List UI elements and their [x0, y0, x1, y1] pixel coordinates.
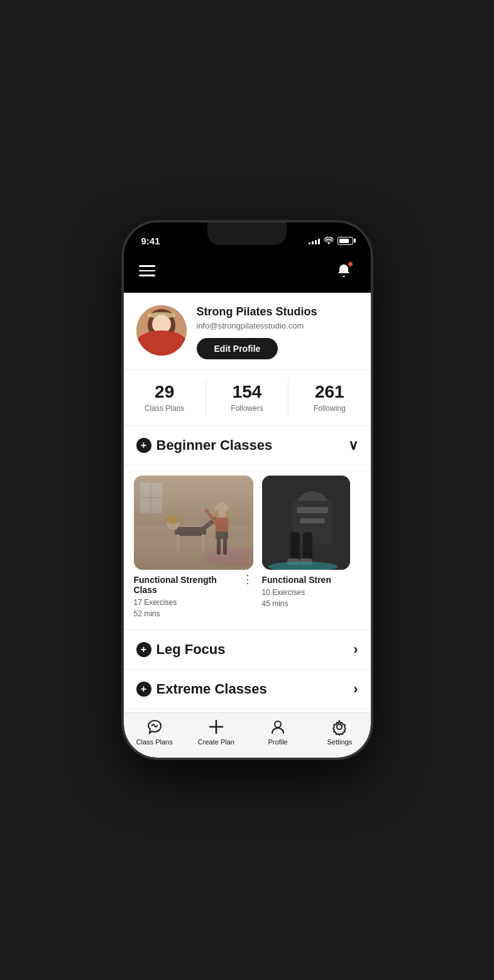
nav-create-plan-label: Create Plan	[198, 738, 234, 746]
nav-settings-label: Settings	[327, 738, 353, 746]
card-2-duration: 45 mins	[262, 598, 350, 609]
class-card-1[interactable]: Functional Strength Class ⋮ 17 Exercises…	[134, 476, 253, 619]
leg-focus-chevron-icon: ›	[353, 641, 358, 658]
create-plan-icon	[207, 718, 225, 736]
followers-number: 154	[206, 383, 288, 402]
status-bar: 9:41	[124, 222, 371, 254]
main-content[interactable]: Strong Pilates Studios info@strongpilate…	[124, 293, 371, 712]
svg-point-11	[148, 312, 175, 318]
card-1-menu-button[interactable]: ⋮	[242, 574, 253, 585]
card-2-illustration	[262, 476, 350, 570]
battery-icon	[338, 237, 353, 245]
top-nav	[124, 254, 371, 293]
extreme-add-icon[interactable]: +	[136, 682, 151, 697]
svg-rect-31	[216, 531, 228, 539]
svg-rect-14	[140, 482, 162, 513]
svg-rect-18	[134, 538, 253, 570]
leg-focus-label: Leg Focus	[156, 641, 226, 658]
category-beginner-header[interactable]: + Beginner Classes ∨	[124, 426, 371, 466]
phone-frame: 9:41	[124, 222, 371, 758]
card-1-exercises: 17 Exercises	[134, 597, 253, 608]
svg-point-6	[156, 320, 160, 325]
nav-settings[interactable]: Settings	[321, 718, 358, 746]
card-1-duration: 52 mins	[134, 608, 253, 619]
svg-point-9	[164, 322, 166, 324]
profile-name: Strong Pilates Studios	[197, 305, 358, 318]
svg-line-26	[219, 516, 225, 529]
nav-profile-label: Profile	[268, 738, 288, 746]
category-leg-focus-header[interactable]: + Leg Focus ›	[124, 630, 371, 670]
svg-point-21	[167, 519, 179, 530]
svg-rect-30	[216, 518, 228, 531]
class-plans-number: 29	[124, 383, 206, 402]
stat-followers[interactable]: 154 Followers	[206, 380, 288, 415]
class-plans-icon	[146, 718, 163, 736]
stat-class-plans[interactable]: 29 Class Plans	[124, 380, 206, 415]
avatar-image	[136, 305, 187, 356]
nav-profile[interactable]: Profile	[259, 718, 297, 746]
bottom-navigation: Class Plans Create Plan Profile	[124, 712, 371, 758]
svg-point-5	[167, 317, 175, 334]
svg-rect-28	[216, 510, 219, 532]
extreme-chevron-icon: ›	[353, 681, 358, 697]
card-2-exercises: 10 Exercises	[262, 587, 350, 598]
card-2-title: Functional Stren	[262, 575, 350, 585]
beginner-classes-label: Beginner Classes	[156, 437, 273, 454]
svg-rect-38	[297, 507, 328, 513]
profile-email: info@strongpilatesstudio.com	[197, 321, 358, 330]
svg-rect-29	[226, 510, 229, 529]
svg-point-4	[148, 317, 156, 334]
signal-icon	[309, 237, 320, 244]
svg-point-60	[275, 721, 281, 727]
settings-icon	[331, 718, 348, 736]
stats-section: 29 Class Plans 154 Followers 261 Followi…	[124, 370, 371, 426]
svg-rect-39	[300, 518, 325, 523]
status-time: 9:41	[141, 236, 160, 246]
nav-class-plans[interactable]: Class Plans	[136, 718, 173, 746]
wifi-icon	[324, 237, 334, 244]
profile-info: Strong Pilates Studios info@strongpilate…	[197, 305, 358, 359]
following-number: 261	[288, 383, 370, 402]
phone-inner: 9:41	[124, 222, 371, 758]
class-card-2[interactable]: Functional Stren 10 Exercises 45 mins	[262, 476, 350, 619]
followers-label: Followers	[206, 404, 288, 413]
svg-rect-20	[175, 527, 206, 536]
category-extreme-header[interactable]: + Extreme Classes ›	[124, 670, 371, 709]
svg-point-22	[167, 515, 178, 524]
svg-point-8	[156, 322, 158, 324]
category-title: + Beginner Classes	[136, 437, 273, 454]
class-plans-label: Class Plans	[124, 404, 206, 413]
svg-rect-12	[134, 476, 253, 570]
svg-line-32	[206, 510, 216, 523]
svg-line-25	[203, 516, 219, 529]
svg-rect-15	[140, 482, 162, 482]
edit-profile-button[interactable]: Edit Profile	[197, 338, 278, 359]
notification-badge	[348, 261, 353, 267]
card-1-image	[134, 476, 253, 570]
svg-point-19	[203, 548, 253, 567]
card-1-title: Functional Strength Class	[134, 575, 242, 595]
beginner-cards-container[interactable]: Functional Strength Class ⋮ 17 Exercises…	[124, 466, 371, 630]
avatar	[136, 305, 187, 356]
svg-rect-10	[148, 343, 175, 356]
svg-rect-13	[134, 476, 253, 526]
profile-section: Strong Pilates Studios info@strongpilate…	[124, 293, 371, 370]
nav-class-plans-label: Class Plans	[136, 738, 173, 746]
svg-point-61	[337, 724, 342, 729]
beginner-add-icon[interactable]: +	[136, 438, 151, 453]
card-1-illustration	[134, 476, 253, 570]
notification-button[interactable]	[332, 259, 356, 283]
nav-create-plan[interactable]: Create Plan	[197, 718, 235, 746]
card-2-image	[262, 476, 350, 570]
following-label: Following	[288, 404, 370, 413]
leg-focus-add-icon[interactable]: +	[136, 642, 151, 657]
svg-point-7	[163, 320, 167, 325]
beginner-chevron-icon: ∨	[348, 437, 358, 454]
profile-icon	[269, 718, 287, 736]
extreme-classes-label: Extreme Classes	[156, 681, 267, 697]
stat-following[interactable]: 261 Following	[288, 380, 370, 415]
status-icons	[309, 237, 353, 245]
svg-point-27	[215, 503, 229, 518]
menu-button[interactable]	[139, 265, 155, 276]
